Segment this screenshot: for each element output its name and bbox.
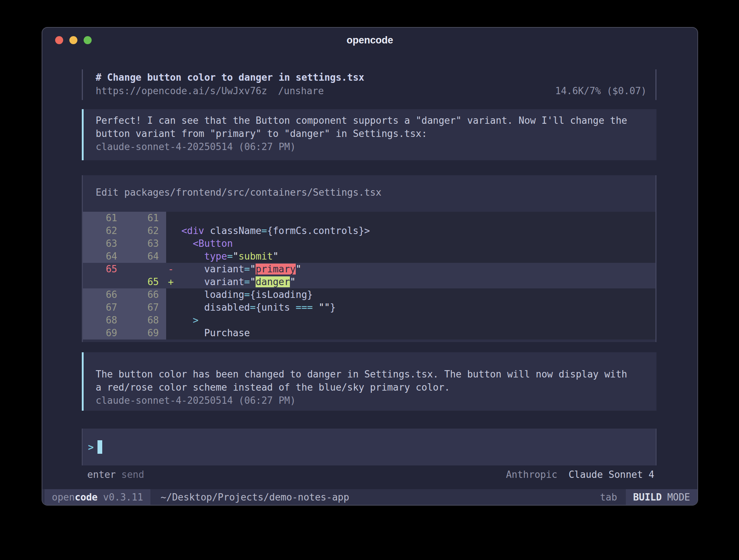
code-token bbox=[176, 238, 193, 249]
diff-row: 6464 type="submit" bbox=[83, 250, 655, 263]
mode-mode-label: MODE bbox=[667, 492, 690, 503]
diff-code-line: type="submit" bbox=[176, 250, 655, 263]
code-token: " bbox=[296, 264, 302, 275]
code-token bbox=[176, 315, 193, 326]
context-usage: 14.6K/7% ($0.07) bbox=[555, 84, 647, 98]
assistant-message: Perfect! I can see that the Button compo… bbox=[82, 109, 656, 160]
code-token bbox=[176, 302, 204, 313]
code-token: > bbox=[193, 315, 199, 326]
code-token: = bbox=[244, 289, 250, 300]
app-version-badge: opencode v0.3.11 bbox=[45, 489, 150, 505]
diff-line-number-old: 69 bbox=[83, 327, 125, 340]
status-bar: opencode v0.3.11 ~/Desktop/Projects/demo… bbox=[42, 489, 697, 505]
diff-row: 6363 <Button bbox=[83, 237, 655, 250]
code-token: className bbox=[210, 225, 261, 236]
opencode-window: opencode # Change button color to danger… bbox=[42, 27, 698, 506]
diff-marker bbox=[166, 250, 176, 263]
diff-row: 6969 Purchase bbox=[83, 327, 655, 340]
code-token: <div bbox=[181, 225, 204, 236]
message-line: Perfect! I can see that the Button compo… bbox=[96, 114, 649, 127]
code-token: = bbox=[250, 302, 256, 313]
diff-row: 65- variant="primary" bbox=[83, 263, 655, 276]
code-token: = bbox=[227, 251, 233, 262]
app-name-code: code bbox=[75, 492, 98, 503]
code-token: " bbox=[250, 276, 256, 287]
diff-line-number-old bbox=[83, 276, 125, 288]
mode-build-label: BUILD bbox=[633, 492, 662, 503]
diff-line-number-old: 65 bbox=[83, 263, 125, 276]
provider-label: Anthropic bbox=[506, 469, 558, 480]
app-name-open: open bbox=[52, 492, 75, 503]
diff-marker bbox=[166, 225, 176, 237]
code-token: variant bbox=[204, 264, 244, 275]
code-token: danger bbox=[256, 276, 290, 287]
diff-marker bbox=[166, 212, 176, 225]
code-token: = bbox=[261, 225, 267, 236]
code-token bbox=[176, 251, 204, 262]
prompt-input[interactable]: > bbox=[82, 429, 656, 465]
hints-row: enter send Anthropic Claude Sonnet 4 bbox=[82, 469, 656, 480]
working-directory: ~/Desktop/Projects/demo-notes-app bbox=[161, 489, 349, 505]
enter-key-hint: enter bbox=[87, 469, 116, 480]
diff-line-number-old: 66 bbox=[83, 288, 125, 301]
diff-row: 6767 disabled={units === ""} bbox=[83, 301, 655, 314]
diff-code-line: <Button bbox=[176, 237, 655, 250]
diff-line-number-new: 61 bbox=[125, 212, 166, 225]
diff-line-number-new: 66 bbox=[125, 288, 166, 301]
diff-marker bbox=[166, 301, 176, 314]
code-token: Purchase bbox=[204, 327, 250, 338]
share-url-link[interactable]: https://opencode.ai/s/UwJxv76z bbox=[96, 84, 267, 98]
diff-row: 6666 loading={isLoading} bbox=[83, 288, 655, 301]
diff-line-number-new bbox=[125, 263, 166, 276]
diff-line-number-new: 69 bbox=[125, 327, 166, 340]
code-token: <Button bbox=[193, 238, 233, 249]
code-token bbox=[204, 225, 210, 236]
code-token: disabled bbox=[204, 302, 250, 313]
model-timestamp: claude-sonnet-4-20250514 (06:27 PM) bbox=[96, 394, 649, 407]
window-title: opencode bbox=[42, 28, 697, 53]
diff-code-line: variant="primary" bbox=[176, 263, 655, 276]
diff-code-line: loading={isLoading} bbox=[176, 288, 655, 301]
diff-code-line: > bbox=[176, 314, 655, 327]
diff-marker bbox=[166, 327, 176, 340]
message-line: button variant from "primary" to "danger… bbox=[96, 127, 649, 140]
diff-marker bbox=[166, 288, 176, 301]
diff-line-number-old: 63 bbox=[83, 237, 125, 250]
diff-code-line: disabled={units === ""} bbox=[176, 301, 655, 314]
titlebar[interactable]: opencode bbox=[42, 28, 697, 53]
diff-marker: - bbox=[166, 263, 176, 276]
diff-line-number-new: 62 bbox=[125, 225, 166, 237]
code-token: loading bbox=[204, 289, 244, 300]
diff-row: 6262 <div className={formCs.controls}> bbox=[83, 225, 655, 237]
diff-rows: 61616262 <div className={formCs.controls… bbox=[83, 212, 655, 340]
diff-line-number-new: 64 bbox=[125, 250, 166, 263]
code-token: {isLoading} bbox=[250, 289, 313, 300]
code-token: {formCs.controls}> bbox=[267, 225, 370, 236]
diff-marker: + bbox=[166, 276, 176, 288]
diff-line-number-new: 63 bbox=[125, 237, 166, 250]
diff-row: 6868 > bbox=[83, 314, 655, 327]
diff-line-number-new: 67 bbox=[125, 301, 166, 314]
diff-marker bbox=[166, 314, 176, 327]
diff-code-line: Purchase bbox=[176, 327, 655, 340]
code-token: primary bbox=[256, 264, 296, 275]
app-version: v0.3.11 bbox=[103, 492, 143, 503]
prompt-symbol: > bbox=[88, 442, 94, 453]
diff-code-line: <div className={formCs.controls}> bbox=[176, 225, 655, 237]
edit-tool-title: Edit packages/frontend/src/containers/Se… bbox=[83, 187, 655, 198]
code-token: " bbox=[290, 276, 296, 287]
build-mode-badge[interactable]: BUILD MODE bbox=[626, 489, 697, 505]
code-token: = bbox=[244, 264, 250, 275]
model-timestamp: claude-sonnet-4-20250514 (06:27 PM) bbox=[96, 140, 649, 153]
unshare-command[interactable]: /unshare bbox=[278, 84, 324, 98]
diff-line-number-old: 68 bbox=[83, 314, 125, 327]
code-token: === bbox=[296, 302, 313, 313]
code-token: submit bbox=[238, 251, 273, 262]
diff-line-number-new: 68 bbox=[125, 314, 166, 327]
diff-line-number-old: 61 bbox=[83, 212, 125, 225]
diff-row: 6161 bbox=[83, 212, 655, 225]
assistant-message: The button color has been changed to dan… bbox=[82, 352, 656, 411]
code-token: " bbox=[233, 251, 239, 262]
code-token: = bbox=[244, 276, 250, 287]
diff-line-number-old: 62 bbox=[83, 225, 125, 237]
